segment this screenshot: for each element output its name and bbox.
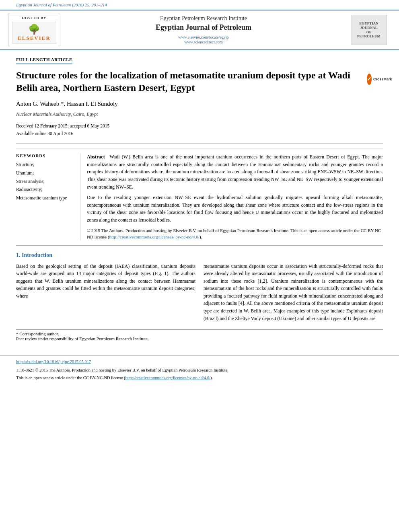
journal-link1[interactable]: www.elsevier.com/locate/egyjp (72, 35, 335, 39)
crossmark-icon: ✓ (367, 74, 372, 85)
footnote-star: * Corresponding author. (16, 331, 383, 336)
elsevier-logo: 🌳 ELSEVIER (12, 22, 56, 44)
elsevier-tree-icon: 🌳 (28, 25, 40, 34)
journal-cover-title: EGYPTIANJOURNALOFPETROLEUM (357, 21, 380, 39)
section-title-text: Introduction (22, 252, 52, 258)
header-center: Egyptian Petroleum Research Institute Eg… (64, 15, 343, 45)
authors-line: Anton G. Waheeb *, Hassan I. El Sundoly (16, 101, 383, 107)
keyword-structure: Structure; (16, 160, 74, 169)
main-content: FULL LENGTH ARTICLE Structure roles for … (0, 50, 399, 347)
article-title-text: Structure roles for the localization of … (16, 69, 367, 94)
crossmark-badge: ✓ CrossMark (367, 71, 383, 87)
dates-section: Received 12 February 2015; accepted 6 Ma… (16, 122, 383, 137)
header-section: HOSTED BY 🌳 ELSEVIER Egyptian Petroleum … (0, 10, 399, 50)
abstract-body2: Due to the resulting younger extension N… (87, 195, 383, 223)
keyword-radioactivity: Radioactivity; (16, 185, 74, 194)
elsevier-name: ELSEVIER (18, 35, 51, 41)
journal-cover-box: EGYPTIANJOURNALOFPETROLEUM (351, 15, 387, 45)
separator-line (16, 144, 383, 144)
footer-section: http://dx.doi.org/10.1016/j.ejpe.2015.05… (0, 355, 399, 388)
journal-links: www.elsevier.com/locate/egyjp www.scienc… (72, 35, 335, 44)
two-col-body: Based on the geological setting of the d… (16, 263, 383, 326)
footer-license-text: This is an open access article under the… (16, 376, 125, 380)
footnotes-section: * Corresponding author. Peer review unde… (16, 329, 383, 341)
footer-license-end: ). (210, 376, 213, 380)
received-date: Received 12 February 2015; accepted 6 Ma… (16, 122, 383, 129)
keywords-label: KEYWORDS (16, 153, 74, 158)
section-title-introduction: 1. Introduction (16, 252, 383, 259)
institute-name: Egyptian Petroleum Research Institute (72, 15, 335, 22)
affiliation-line: Nuclear Materials Authority, Cairo, Egyp… (16, 111, 383, 117)
body-col-left: Based on the geological setting of the d… (16, 263, 195, 326)
abstract-license-text: http://creativecommons.org/licenses/ by-… (109, 234, 200, 239)
abstract-license-link[interactable]: http://creativecommons.org/licenses/ by-… (109, 234, 200, 239)
abstract-copyright: © 2015 The Authors. Production and hosti… (87, 227, 383, 240)
hosted-by-box: HOSTED BY 🌳 ELSEVIER (8, 14, 60, 46)
section-num: 1. (16, 252, 21, 258)
abstract-body1: Wadi (W.) Belih area is one of the most … (87, 154, 383, 189)
keyword-stress: Stress analysis; (16, 177, 74, 186)
footer-issn-line: 1110-0621 © 2015 The Authors. Production… (16, 367, 383, 374)
journal-link2[interactable]: www.sciencedirect.com (72, 40, 335, 44)
keyword-uranium: Uranium; (16, 169, 74, 177)
article-type-label: FULL LENGTH ARTICLE (16, 57, 72, 64)
available-date: Available online 30 April 2016 (16, 130, 383, 137)
journal-ref-text: Egyptian Journal of Petroleum (2016) 25,… (16, 2, 107, 7)
abstract-text-p1: Abstract Wadi (W.) Belih area is one of … (87, 153, 383, 191)
footer-doi-link[interactable]: http://dx.doi.org/10.1016/j.ejpe.2015.05… (16, 359, 91, 364)
footer-license-line: This is an open access article under the… (16, 375, 383, 382)
journal-ref-bar: Egyptian Journal of Petroleum (2016) 25,… (0, 0, 399, 10)
body-col-right: metasomatite uranium deposits occur in a… (204, 263, 383, 326)
intro-col1-p1: Based on the geological setting of the d… (16, 263, 195, 300)
footnote-peer-review: Peer review under responsibility of Egyp… (16, 336, 383, 341)
abstract-text-p2: Due to the resulting younger extension N… (87, 194, 383, 224)
authors-text: Anton G. Waheeb *, Hassan I. El Sundoly (16, 101, 118, 107)
article-title-block: Structure roles for the localization of … (16, 69, 383, 94)
header-right: EGYPTIANJOURNALOFPETROLEUM (347, 15, 391, 45)
abstract-label: Abstract (87, 154, 105, 160)
abstract-copyright-end: ). (200, 234, 202, 239)
abstract-column: Abstract Wadi (W.) Belih area is one of … (80, 153, 383, 240)
hosted-by-label: HOSTED BY (22, 16, 46, 20)
abstract-keywords-section: KEYWORDS Structure; Uranium; Stress anal… (16, 148, 383, 245)
footer-license-link[interactable]: http://creativecommons.org/licenses/by-n… (125, 376, 210, 380)
crossmark-text: CrossMark (373, 77, 392, 82)
keywords-column: KEYWORDS Structure; Uranium; Stress anal… (16, 153, 80, 240)
keyword-metasomatite: Metasomatite uranium type (16, 194, 74, 202)
journal-title-main: Egyptian Journal of Petroleum (72, 23, 335, 32)
intro-col2-p1: metasomatite uranium deposits occur in a… (204, 263, 383, 322)
